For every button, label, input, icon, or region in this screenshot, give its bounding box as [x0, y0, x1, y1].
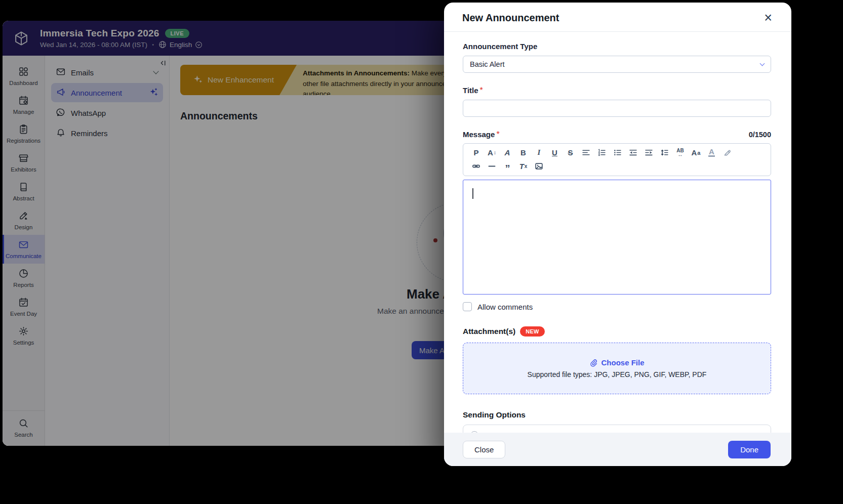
language-label: English [170, 41, 192, 49]
allow-comments-label: Allow comments [477, 303, 533, 311]
unordered-list-icon[interactable] [610, 146, 625, 159]
text-width-icon[interactable]: AB↔ [672, 146, 688, 159]
emails-icon [56, 67, 65, 78]
event-meta: Immersia Tech Expo 2026 LIVE Wed Jan 14,… [40, 28, 203, 49]
font-size-icon[interactable]: A↕ [484, 146, 500, 159]
reports-icon [18, 268, 29, 280]
sidebar-item-registrations[interactable]: Registrations [3, 119, 45, 148]
backstage-logo-icon[interactable] [11, 28, 32, 49]
sidebar-item-search[interactable]: Search [3, 411, 45, 446]
subnav-item-reminders[interactable]: Reminders [51, 123, 163, 143]
insert-image-icon[interactable] [531, 159, 547, 173]
bold-icon[interactable]: B [515, 146, 531, 159]
sidebar-item-settings[interactable]: Settings [3, 321, 45, 350]
design-icon [18, 211, 29, 222]
sending-options-panel [463, 425, 771, 433]
paperclip-icon [589, 359, 597, 367]
horizontal-rule-icon[interactable] [484, 159, 500, 173]
sidebar-item-abstract[interactable]: Abstract [3, 177, 45, 206]
message-editor[interactable] [463, 180, 771, 295]
sidebar-item-event-day[interactable]: Event Day [3, 292, 45, 321]
announcement-type-select[interactable]: Basic Alert [463, 56, 771, 73]
subnav-item-whatsapp[interactable]: WhatsApp [51, 103, 163, 122]
sidebar-item-communicate[interactable]: Communicate [3, 235, 45, 264]
title-input[interactable] [463, 100, 771, 117]
align-left-icon[interactable] [578, 146, 594, 159]
settings-icon [18, 326, 29, 338]
announcement-type-value: Basic Alert [470, 60, 505, 68]
font-family-icon[interactable]: A [500, 146, 515, 159]
announcement-type-group: Announcement Type Basic Alert [463, 42, 771, 73]
blockquote-icon[interactable]: ” [500, 159, 515, 173]
collapse-sidebar-icon[interactable] [160, 59, 167, 68]
underline-icon[interactable]: U [547, 146, 563, 159]
subnav-item-announcement[interactable]: Announcement [51, 83, 163, 102]
chevron-down-icon [760, 61, 765, 66]
checkbox-icon [463, 302, 472, 311]
supported-file-types: Supported file types: JPG, JPEG, PNG, GI… [528, 370, 707, 379]
ai-sparkles-icon [149, 88, 158, 98]
paragraph-icon[interactable]: P [468, 146, 484, 159]
modal-title: New Announcement [462, 12, 559, 24]
message-group: Message* 0/1500 PA↕ABIUSAB↔AaA ”Tx [463, 130, 771, 295]
whatsapp-icon [56, 108, 65, 118]
sidebar-item-manage[interactable]: Manage [3, 91, 45, 119]
choose-file-button[interactable]: Choose File [589, 358, 644, 367]
text-cursor [472, 188, 473, 199]
sidebar-item-design[interactable]: Design [3, 206, 45, 235]
outdent-icon[interactable] [625, 146, 641, 159]
title-label: Title [463, 86, 478, 95]
link-icon[interactable] [468, 159, 484, 173]
event-title: Immersia Tech Expo 2026 [40, 28, 159, 39]
new-announcement-modal: New Announcement × Announcement Type Bas… [444, 3, 791, 466]
search-icon [18, 418, 29, 430]
sending-options-label: Sending Options [463, 410, 771, 419]
text-case-icon[interactable]: Aa [688, 146, 704, 159]
rich-text-toolbar: PA↕ABIUSAB↔AaA ”Tx [463, 143, 771, 176]
message-label: Message [463, 130, 495, 139]
enhancement-tag: New Enhancement [180, 65, 297, 95]
required-asterisk: * [496, 130, 499, 139]
sidebar-item-dashboard[interactable]: Dashboard [3, 62, 45, 91]
language-selector[interactable]: English [158, 40, 203, 49]
done-button[interactable]: Done [728, 441, 771, 458]
strikethrough-icon[interactable]: S [563, 146, 578, 159]
highlight-color-icon[interactable] [719, 146, 735, 159]
communicate-subnav: Emails Announcement WhatsApp Reminders [45, 56, 170, 446]
sparkles-icon [193, 74, 203, 86]
announcement-type-label: Announcement Type [463, 42, 537, 51]
close-icon[interactable]: × [763, 11, 773, 25]
indent-icon[interactable] [641, 146, 657, 159]
manage-icon [18, 95, 29, 107]
modal-footer: Close Done [444, 433, 791, 466]
italic-icon[interactable]: I [531, 146, 547, 159]
chevron-down-circle-icon [195, 41, 203, 49]
globe-icon [158, 40, 167, 49]
chevron-down-icon [153, 68, 158, 74]
registrations-icon [18, 124, 29, 136]
separator-dot: • [152, 41, 154, 48]
sidebar-item-reports[interactable]: Reports [3, 264, 45, 292]
nav-rail: Dashboard Manage Registrations Exhibitor… [3, 56, 45, 446]
subnav-item-emails[interactable]: Emails [51, 63, 163, 82]
file-dropzone[interactable]: Choose File Supported file types: JPG, J… [463, 343, 771, 394]
exhibitors-icon [18, 153, 29, 164]
event-datetime: Wed Jan 14, 2026 - 08:00 AM (IST) [40, 41, 147, 49]
ordered-list-icon[interactable] [594, 146, 610, 159]
dashboard-icon [18, 66, 29, 78]
page: Immersia Tech Expo 2026 LIVE Wed Jan 14,… [0, 0, 843, 504]
clear-format-icon[interactable]: Tx [515, 159, 531, 173]
abstract-icon [18, 182, 29, 193]
bell-icon [56, 128, 65, 139]
event-day-icon [18, 297, 29, 309]
attachments-label: Attachment(s) [463, 327, 515, 336]
required-asterisk: * [480, 86, 483, 95]
char-counter: 0/1500 [749, 131, 771, 139]
line-height-icon[interactable] [657, 146, 672, 159]
font-color-icon[interactable]: A [704, 146, 719, 159]
allow-comments-checkbox[interactable]: Allow comments [463, 302, 771, 311]
live-badge: LIVE [165, 29, 189, 38]
new-badge: NEW [520, 326, 545, 337]
sidebar-item-exhibitors[interactable]: Exhibitors [3, 148, 45, 177]
close-button[interactable]: Close [463, 441, 505, 458]
